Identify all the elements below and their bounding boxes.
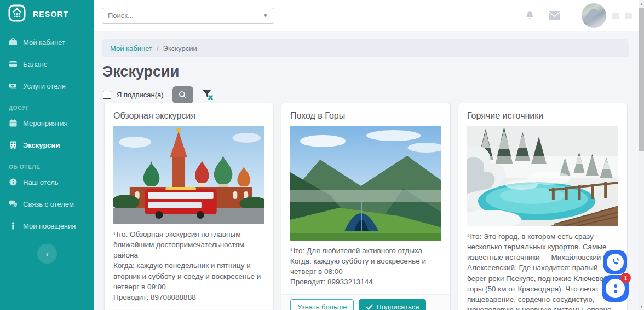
page-scrollbar[interactable]: ▲ ▼ [639,0,644,310]
sidebar-item-my-visits[interactable]: Мои посещения [0,215,94,237]
notifications-bell-icon[interactable] [525,10,535,23]
button-label: Подписаться [376,303,419,310]
info-icon [9,178,18,186]
sidebar-divider [8,238,87,238]
top-header: ▼ [94,0,644,31]
filter-row: Я подписан(а) [103,86,214,103]
briefcase-icon [9,38,18,46]
sidebar: RESORT Мой кабинет Баланс Услуги отеля Д… [0,0,94,310]
card-image-hot-springs [467,126,618,226]
excursion-card-hot-springs: Горячие источники [458,103,628,310]
card-title: Поход в Горы [290,111,441,121]
sidebar-item-label: Мой кабинет [23,38,65,46]
bus-icon [9,141,18,149]
brand-logo[interactable]: RESORT [0,0,94,28]
comments-icon [9,200,18,208]
dot [614,290,617,293]
filter-remove-icon [201,88,214,101]
user-avatar[interactable] [582,3,606,28]
sidebar-item-label: Экскурсии [23,141,60,149]
sidebar-item-hotel-services[interactable]: Услуги отеля [0,75,94,97]
apply-search-button[interactable] [173,86,193,103]
sidebar-item-label: Мероприятия [23,119,68,127]
sidebar-item-events[interactable]: Мероприятия [0,112,94,134]
chat-unread-badge: 1 [620,273,631,283]
sidebar-item-our-hotel[interactable]: Наш отель [0,171,94,193]
card-image-st-basils-cathedral-red-bus [113,126,264,224]
chevron-down-icon: ▼ [263,13,268,19]
sidebar-item-balance[interactable]: Баланс [0,53,94,75]
breadcrumb-separator: / [157,44,159,52]
sidebar-divider [8,30,87,30]
calendar-icon [9,119,18,127]
credit-card-icon [9,60,18,68]
chevron-left-icon: ‹ [46,249,49,259]
breadcrumb-link-my-cabinet[interactable]: Мой кабинет [110,44,152,52]
username-placeholder-block [625,13,632,19]
sidebar-section-leisure: ДОСУГ [0,100,94,112]
card-description: Что: Это город, в котором есть сразу нес… [467,231,618,310]
callback-widget-button[interactable] [603,250,627,274]
scroll-down-arrow-icon[interactable]: ▼ [639,303,644,309]
clear-filter-button[interactable] [201,88,214,101]
global-search-dropdown[interactable]: ▼ [102,8,274,24]
brand-name: RESORT [33,10,69,19]
card-description: Что: Обзорная экскурсия по главным ближа… [113,229,264,302]
breadcrumb: Мой кабинет / Экскурсии [102,39,629,57]
excursion-card-mountain-hike: Поход в Горы Что: Для любителей активног… [281,103,451,310]
phone-icon [607,254,624,271]
page-title: Экскурсии [102,63,179,80]
sidebar-item-label: Услуги отеля [23,82,66,90]
breadcrumb-current: Экскурсии [163,44,197,52]
dot [614,284,617,288]
scrollbar-thumb[interactable] [639,8,644,151]
messages-envelope-icon[interactable] [549,11,560,22]
card-title: Горячие источники [467,111,618,121]
username-placeholder-block [612,13,619,19]
sidebar-divider [8,98,87,98]
excursion-card-overview-tour: Обзорная экскурсия [104,103,274,310]
sidebar-item-my-cabinet[interactable]: Мой кабинет [0,31,94,53]
card-description: Что: Для любителей активного отдыха Когд… [290,245,441,288]
card-title: Обзорная экскурсия [113,111,264,121]
sidebar-item-label: Связь с отелем [23,200,74,208]
sidebar-item-label: Наш отель [23,178,59,186]
sidebar-nav: Мой кабинет Баланс Услуги отеля ДОСУГ Ме… [0,31,94,264]
check-icon [366,303,373,310]
subscribed-checkbox[interactable] [103,91,111,99]
sidebar-item-label: Мои посещения [23,222,76,230]
header-divider [572,6,572,25]
sidebar-divider [8,157,87,157]
card-footer: Узнать больше Подписаться [281,294,450,310]
sidebar-section-about-hotel: ОБ ОТЕЛЕ [0,159,94,171]
sidebar-item-contact-hotel[interactable]: Связь с отелем [0,193,94,215]
excursion-cards-grid: Обзорная экскурсия [104,103,628,310]
subscribed-checkbox-label: Я подписан(а) [117,91,164,99]
sidebar-item-label: Баланс [23,60,47,68]
card-image-mountains-tent [290,126,441,241]
person-icon [9,221,18,230]
sidebar-collapse-button[interactable]: ‹ [37,244,57,264]
scroll-up-arrow-icon[interactable]: ▲ [639,1,644,7]
search-icon [179,91,187,99]
resort-house-icon [8,4,26,25]
learn-more-button[interactable]: Узнать больше [290,299,354,310]
search-input[interactable] [108,11,263,20]
cash-icon [9,81,18,90]
subscribe-button[interactable]: Подписаться [359,299,426,310]
avatar-figure [583,7,599,25]
sidebar-item-excursions[interactable]: Экскурсии [0,134,94,156]
